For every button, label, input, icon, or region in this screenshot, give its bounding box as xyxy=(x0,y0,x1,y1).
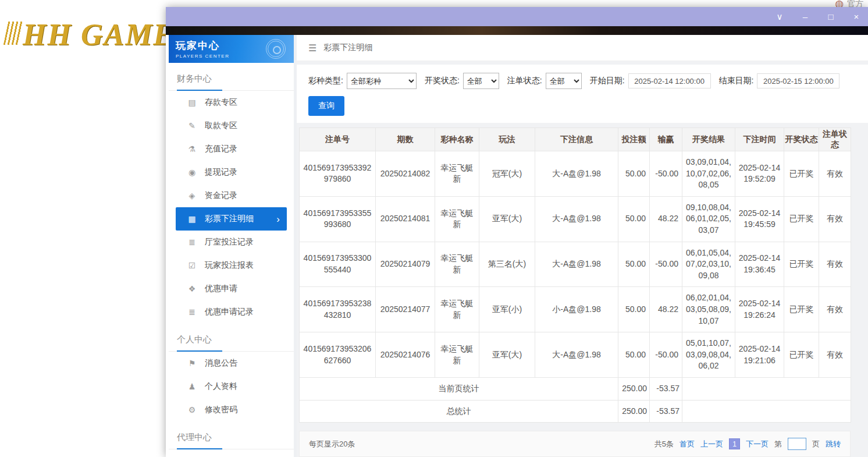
password-icon: ⚙ xyxy=(187,405,197,415)
sidebar: 玩家中心 PLAYERS CENTER 财务中心▤存款专区✎取款专区⚗充值记录◉… xyxy=(166,35,297,457)
cell-order_no: 401569173953238432810 xyxy=(300,287,376,332)
end-date-input[interactable] xyxy=(757,73,839,88)
sidebar-item-hall-bet-record[interactable]: ≣厅室投注记录 xyxy=(169,231,294,254)
logo-stripes-icon xyxy=(3,22,24,45)
summary-winloss: -53.57 xyxy=(650,400,682,423)
recharge-record-icon: ⚗ xyxy=(187,144,197,154)
cell-play: 冠军(大) xyxy=(479,151,535,197)
cell-draw_status: 已开奖 xyxy=(784,242,819,287)
table-row: 40156917395339297986020250214082幸运飞艇新冠军(… xyxy=(300,151,851,197)
cell-draw_status: 已开奖 xyxy=(784,287,819,332)
order-status-label: 注单状态: xyxy=(507,76,542,86)
sidebar-item-profile[interactable]: ♟个人资料 xyxy=(169,375,294,398)
draw-status-select[interactable]: 全部 xyxy=(463,73,499,89)
sidebar-item-promo-apply-record[interactable]: ≣优惠申请记录 xyxy=(169,300,294,324)
cell-amount: 50.00 xyxy=(618,242,650,287)
promo-icon: ❖ xyxy=(187,284,197,293)
cell-order_status: 有效 xyxy=(819,242,851,287)
jump-suffix-label: 页 xyxy=(812,439,820,449)
cell-draw_status: 已开奖 xyxy=(784,196,819,242)
site-logo: HH GAME xyxy=(6,17,175,52)
summary-label: 当前页统计 xyxy=(300,377,618,400)
withdraw-icon: ✎ xyxy=(187,121,197,130)
lottery-bets-icon: ▦ xyxy=(187,214,197,224)
withdrawal-record-icon: ◉ xyxy=(187,168,197,177)
cell-lottery: 幸运飞艇新 xyxy=(435,151,479,197)
filter-row: 彩种类型: 全部彩种 开奖状态: 全部 注单状态: 全部 开始日期: 结束日期: xyxy=(308,73,856,89)
sidebar-item-withdrawal-record[interactable]: ◉提现记录 xyxy=(169,161,294,184)
pager: 共5条 首页 上一页 1 下一页 第 页 跳转 xyxy=(654,438,841,450)
sidebar-item-lottery-bet-detail[interactable]: ▦彩票下注明细› xyxy=(176,207,287,231)
cell-play: 第三名(大) xyxy=(479,242,535,287)
sidebar-item-deposit[interactable]: ▤存款专区 xyxy=(169,91,294,114)
cell-play: 亚军(大) xyxy=(479,196,535,242)
sidebar-item-funds-record[interactable]: ◈资金记录 xyxy=(169,184,294,207)
cell-order_status: 有效 xyxy=(819,332,851,378)
column-header-lottery: 彩种名称 xyxy=(435,128,479,151)
menu-icon[interactable]: ☰ xyxy=(308,42,316,54)
sidebar-item-promo-apply[interactable]: ❖优惠申请 xyxy=(169,277,294,300)
prev-page-link[interactable]: 上一页 xyxy=(700,439,723,449)
cell-order_status: 有效 xyxy=(819,196,851,242)
order-status-select[interactable]: 全部 xyxy=(546,73,582,89)
sidebar-item-withdraw[interactable]: ✎取款专区 xyxy=(169,114,294,137)
cell-order_no: 401569173953392979860 xyxy=(300,151,376,197)
cell-bet_time: 2025-02-14 19:21:06 xyxy=(735,332,784,378)
cell-bet_info: 大-A盘@1.98 xyxy=(535,196,618,242)
column-header-draw_status: 开奖状态 xyxy=(784,128,819,151)
cell-result: 06,01,05,04,07,02,03,10,09,08 xyxy=(682,242,735,287)
column-header-play: 玩法 xyxy=(479,128,535,151)
cell-bet_info: 大-A盘@1.98 xyxy=(535,151,618,197)
promo-record-icon: ≣ xyxy=(187,307,197,317)
total-count-text: 共5条 xyxy=(654,439,674,449)
sidebar-item-label: 优惠申请记录 xyxy=(205,307,254,317)
column-header-win_loss: 输赢 xyxy=(650,128,682,151)
cell-bet_time: 2025-02-14 19:45:59 xyxy=(735,196,784,242)
search-button[interactable]: 查询 xyxy=(308,96,344,116)
cell-amount: 50.00 xyxy=(618,151,650,197)
first-page-link[interactable]: 首页 xyxy=(680,439,695,449)
table-header-row: 注单号期数彩种名称玩法下注信息投注额输赢开奖结果下注时间开奖状态注单状态 xyxy=(300,128,851,151)
window-rollup-button[interactable]: ∨ xyxy=(775,12,784,21)
sidebar-item-label: 厅室投注记录 xyxy=(205,237,254,247)
cell-period: 20250214079 xyxy=(376,242,435,287)
cell-lottery: 幸运飞艇新 xyxy=(435,242,479,287)
column-header-result: 开奖结果 xyxy=(682,128,735,151)
cell-order_status: 有效 xyxy=(819,287,851,332)
cell-order_no: 401569173953355993680 xyxy=(300,196,376,242)
sidebar-item-label: 资金记录 xyxy=(205,190,237,201)
profile-icon: ♟ xyxy=(187,382,197,391)
cell-win_loss: 48.22 xyxy=(650,196,682,242)
page-title: 彩票下注明细 xyxy=(323,42,372,53)
players-center-header: 玩家中心 PLAYERS CENTER xyxy=(169,35,294,63)
sidebar-item-label: 优惠申请 xyxy=(205,284,237,294)
lottery-type-select[interactable]: 全部彩种 xyxy=(347,73,417,89)
column-header-period: 期数 xyxy=(376,128,435,151)
current-page-indicator[interactable]: 1 xyxy=(729,438,740,449)
sidebar-item-recharge-record[interactable]: ⚗充值记录 xyxy=(169,137,294,161)
sidebar-item-label: 取款专区 xyxy=(205,121,237,131)
sidebar-item-change-password[interactable]: ⚙修改密码 xyxy=(169,398,294,421)
summary-empty xyxy=(682,400,851,423)
jump-button[interactable]: 跳转 xyxy=(826,439,841,449)
page-jump-input[interactable] xyxy=(788,438,806,450)
window-minimize-button[interactable]: – xyxy=(801,12,810,21)
sidebar-item-announcements[interactable]: ⚑消息公告 xyxy=(169,352,294,375)
sidebar-item-label: 提现记录 xyxy=(205,167,237,178)
column-header-order_no: 注单号 xyxy=(300,128,376,151)
start-date-input[interactable] xyxy=(628,73,711,88)
report-icon: ☑ xyxy=(187,261,197,270)
sidebar-item-player-bet-report[interactable]: ☑玩家投注报表 xyxy=(169,254,294,277)
next-page-link[interactable]: 下一页 xyxy=(746,439,769,449)
cell-amount: 50.00 xyxy=(618,196,650,242)
sidebar-item-label: 消息公告 xyxy=(205,358,237,369)
table-row: 40156917395323843281020250214077幸运飞艇新亚军(… xyxy=(300,287,851,332)
lottery-type-label: 彩种类型: xyxy=(308,76,343,86)
summary-amount: 250.00 xyxy=(618,400,650,423)
top-banner xyxy=(166,26,868,35)
table-row: 40156917395330055544020250214079幸运飞艇新第三名… xyxy=(300,242,851,287)
window-maximize-button[interactable]: □ xyxy=(826,12,835,21)
sidebar-item-label: 修改密码 xyxy=(205,405,237,415)
window-close-button[interactable]: × xyxy=(852,12,861,21)
cell-bet_info: 小-A盘@1.98 xyxy=(535,287,618,332)
